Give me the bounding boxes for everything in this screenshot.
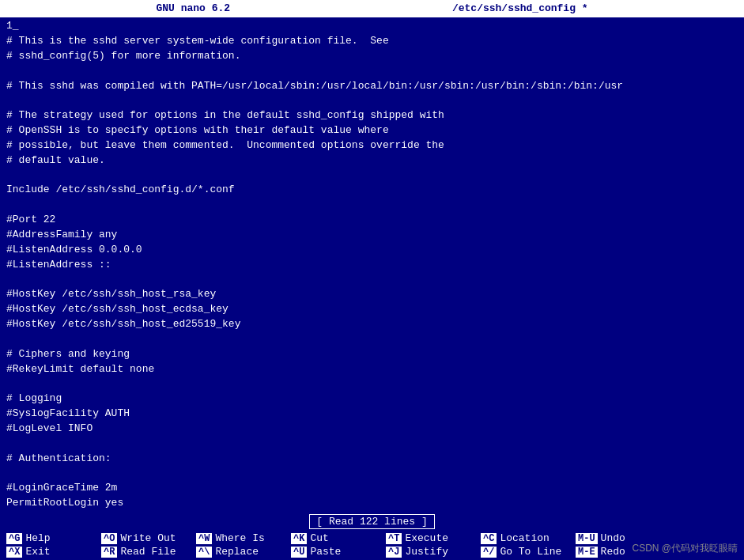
shortcut-label: Redo <box>601 546 625 558</box>
shortcut-row-1: ^GHelp^OWrite Out^WWhere Is^KCut^TExecut… <box>3 532 741 545</box>
shortcut-key: ^J <box>386 547 402 558</box>
status-message: [ Read 122 lines ] <box>309 514 434 529</box>
shortcut-key: ^X <box>6 547 22 558</box>
shortcut-key: ^C <box>481 533 497 544</box>
shortcut-label: Exit <box>25 546 50 558</box>
shortcut-label: Execute <box>405 532 448 544</box>
file-path: /etc/ssh/sshd_config * <box>452 2 588 14</box>
shortcut-item[interactable]: ^UPaste <box>288 545 383 558</box>
shortcut-label: Read File <box>120 546 176 558</box>
shortcut-item[interactable]: ^TExecute <box>383 532 478 545</box>
shortcut-key: ^U <box>291 547 307 558</box>
shortcut-label: Replace <box>215 546 259 558</box>
shortcut-key: M-E <box>576 547 598 558</box>
shortcut-key: ^O <box>101 533 117 544</box>
shortcut-item[interactable]: ^CLocation <box>478 532 572 545</box>
shortcut-label: Location <box>500 532 549 544</box>
shortcut-key: ^G <box>6 533 22 544</box>
shortcut-item[interactable]: ^GHelp <box>3 532 98 545</box>
shortcut-label: Undo <box>601 532 625 544</box>
shortcut-key: M-U <box>576 533 598 544</box>
shortcut-label: Where Is <box>215 532 264 544</box>
shortcut-key: ^\ <box>196 547 212 558</box>
shortcut-item[interactable]: ^RRead File <box>98 545 193 558</box>
shortcut-item[interactable]: ^\Replace <box>193 545 288 558</box>
shortcut-item[interactable]: ^KCut <box>288 532 383 545</box>
editor-area[interactable]: 1_ # This is the sshd server system-wide… <box>0 17 744 513</box>
shortcut-label: Cut <box>310 532 328 544</box>
shortcut-key: ^W <box>196 533 212 544</box>
shortcut-label: Justify <box>405 546 448 558</box>
shortcut-item[interactable]: ^OWrite Out <box>98 532 193 545</box>
nano-version: GNU nano 6.2 <box>156 2 230 14</box>
title-bar: GNU nano 6.2 /etc/ssh/sshd_config * <box>0 0 744 17</box>
shortcut-row-2: ^XExit^RRead File^\Replace^UPaste^JJusti… <box>3 545 741 558</box>
shortcut-label: Paste <box>310 546 341 558</box>
status-bar: [ Read 122 lines ] <box>0 513 744 530</box>
shortcut-label: Help <box>25 532 50 544</box>
shortcut-key: ^/ <box>481 547 497 558</box>
shortcut-key: ^T <box>386 533 402 544</box>
shortcut-item[interactable]: ^XExit <box>3 545 98 558</box>
terminal-window: GNU nano 6.2 /etc/ssh/sshd_config * 1_ #… <box>0 0 744 560</box>
shortcut-label: Go To Line <box>500 546 561 558</box>
shortcut-item[interactable]: ^/Go To Line <box>478 545 572 558</box>
shortcut-item[interactable]: ^WWhere Is <box>193 532 288 545</box>
shortcut-item[interactable]: ^JJustify <box>383 545 478 558</box>
shortcut-key: ^R <box>101 547 117 558</box>
watermark: CSDN @代码对我眨眼睛 <box>632 542 738 555</box>
shortcut-label: Write Out <box>120 532 176 544</box>
shortcut-key: ^K <box>291 533 307 544</box>
